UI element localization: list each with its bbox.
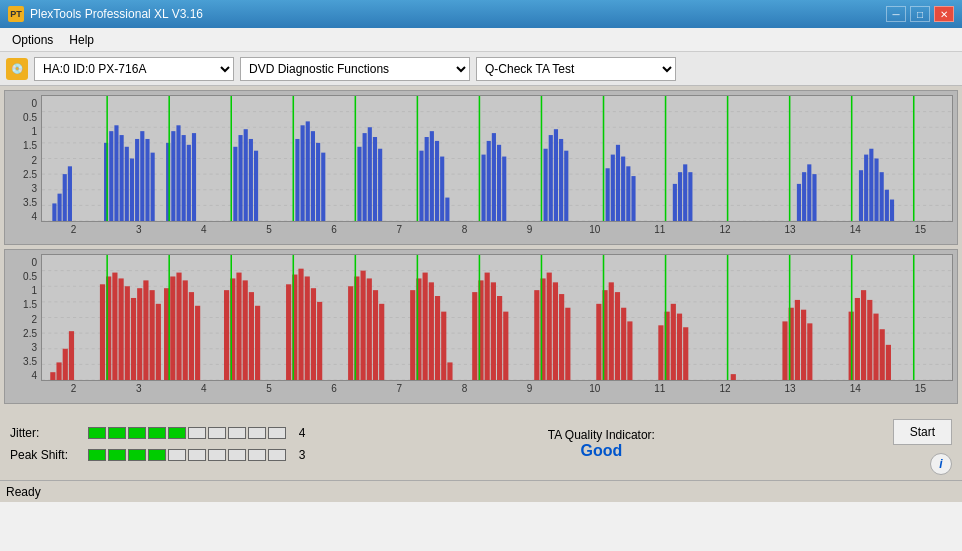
svg-rect-121: [189, 292, 194, 380]
drive-select[interactable]: HA:0 ID:0 PX-716A: [34, 57, 234, 81]
ps-seg-9: [248, 449, 266, 461]
svg-rect-47: [435, 141, 439, 221]
ps-seg-7: [208, 449, 226, 461]
test-select[interactable]: Q-Check TA Test: [476, 57, 676, 81]
svg-rect-59: [564, 151, 568, 221]
svg-rect-104: [56, 362, 61, 380]
svg-rect-180: [867, 300, 872, 380]
jitter-seg-4: [148, 427, 166, 439]
svg-rect-65: [631, 176, 635, 221]
svg-rect-168: [671, 304, 676, 380]
close-button[interactable]: ✕: [934, 6, 954, 22]
svg-rect-140: [379, 304, 384, 380]
svg-rect-115: [150, 290, 155, 380]
svg-rect-15: [120, 135, 124, 221]
svg-rect-52: [492, 133, 496, 221]
app-icon: PT: [8, 6, 24, 22]
svg-rect-29: [238, 135, 242, 221]
svg-rect-66: [673, 184, 677, 221]
svg-rect-80: [890, 200, 894, 221]
svg-rect-18: [135, 139, 139, 221]
svg-rect-128: [255, 306, 260, 380]
svg-rect-64: [626, 166, 630, 221]
start-button[interactable]: Start: [893, 419, 952, 445]
info-button[interactable]: i: [930, 453, 952, 475]
svg-rect-137: [361, 271, 366, 380]
function-select[interactable]: DVD Diagnostic Functions: [240, 57, 470, 81]
jitter-seg-9: [248, 427, 266, 439]
maximize-button[interactable]: □: [910, 6, 930, 22]
svg-rect-152: [497, 296, 502, 380]
svg-rect-53: [497, 145, 501, 221]
svg-rect-77: [874, 159, 878, 222]
svg-rect-175: [801, 310, 806, 380]
jitter-seg-3: [128, 427, 146, 439]
svg-rect-127: [249, 292, 254, 380]
svg-rect-170: [683, 327, 688, 380]
jitter-row: Jitter: 4: [10, 426, 310, 440]
svg-rect-162: [609, 282, 614, 380]
jitter-seg-10: [268, 427, 286, 439]
svg-rect-178: [855, 298, 860, 380]
svg-rect-146: [441, 312, 446, 380]
svg-rect-164: [621, 308, 626, 380]
svg-rect-54: [502, 157, 506, 221]
svg-rect-45: [425, 137, 429, 221]
red-chart-svg: [42, 255, 952, 380]
svg-rect-33: [295, 139, 299, 221]
quality-value: Good: [580, 442, 622, 460]
peakshift-label: Peak Shift:: [10, 448, 80, 462]
svg-rect-156: [547, 273, 552, 380]
ps-seg-10: [268, 449, 286, 461]
svg-rect-150: [485, 273, 490, 380]
svg-rect-35: [306, 121, 310, 221]
svg-rect-26: [187, 145, 191, 221]
svg-rect-11: [68, 166, 72, 221]
peakshift-progress: [88, 449, 286, 461]
menu-options[interactable]: Options: [4, 31, 61, 49]
svg-rect-138: [367, 278, 372, 380]
svg-rect-49: [445, 198, 449, 221]
svg-rect-32: [254, 151, 258, 221]
svg-rect-37: [316, 143, 320, 221]
svg-rect-44: [419, 151, 423, 221]
svg-rect-163: [615, 292, 620, 380]
svg-rect-39: [357, 147, 361, 221]
svg-rect-133: [311, 288, 316, 380]
menu-help[interactable]: Help: [61, 31, 102, 49]
svg-rect-23: [171, 131, 175, 221]
svg-rect-20: [145, 139, 149, 221]
svg-rect-25: [182, 135, 186, 221]
svg-rect-112: [131, 298, 136, 380]
svg-rect-147: [447, 362, 452, 380]
red-chart-x-axis: 2 3 4 5 6 7 8 9 10 11 12 13 14 15: [41, 381, 953, 403]
svg-rect-116: [156, 304, 161, 380]
svg-rect-158: [559, 294, 564, 380]
svg-rect-51: [487, 141, 491, 221]
svg-rect-62: [616, 145, 620, 221]
svg-rect-154: [534, 290, 539, 380]
svg-rect-36: [311, 131, 315, 221]
svg-rect-43: [378, 149, 382, 221]
svg-rect-10: [63, 174, 67, 221]
minimize-button[interactable]: ─: [886, 6, 906, 22]
svg-rect-118: [170, 276, 175, 380]
svg-rect-131: [298, 269, 303, 380]
svg-rect-61: [611, 155, 615, 221]
svg-rect-171: [731, 374, 736, 380]
svg-rect-19: [140, 131, 144, 221]
svg-rect-30: [244, 129, 248, 221]
drive-icon: 💿: [6, 58, 28, 80]
svg-rect-134: [317, 302, 322, 380]
ps-seg-3: [128, 449, 146, 461]
svg-rect-57: [554, 129, 558, 221]
jitter-seg-2: [108, 427, 126, 439]
svg-rect-123: [224, 290, 229, 380]
svg-rect-13: [109, 131, 113, 221]
red-chart-area: [41, 254, 953, 381]
svg-rect-166: [658, 325, 663, 380]
svg-rect-109: [112, 273, 117, 380]
svg-rect-78: [880, 172, 884, 221]
svg-rect-151: [491, 282, 496, 380]
svg-rect-160: [596, 304, 601, 380]
